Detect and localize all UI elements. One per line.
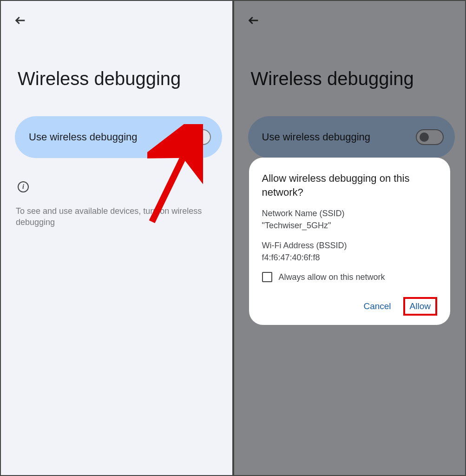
back-button[interactable]	[11, 11, 30, 30]
arrow-left-icon	[14, 14, 27, 27]
dialog-actions: Cancel Allow	[262, 297, 438, 316]
permission-dialog: Allow wireless debugging on this network…	[249, 158, 451, 325]
screen-left: Wireless debugging Use wireless debuggin…	[0, 0, 233, 476]
bssid-value: f4:f6:47:40:6f:f8	[262, 251, 438, 264]
checkbox-label: Always allow on this network	[279, 271, 385, 283]
ssid-label: Network Name (SSID)	[262, 207, 438, 219]
screen-right: Wireless debugging Use wireless debuggin…	[233, 0, 466, 476]
always-allow-row[interactable]: Always allow on this network	[262, 271, 438, 283]
toggle-label: Use wireless debugging	[29, 131, 138, 143]
info-text: To see and use available devices, turn o…	[16, 205, 214, 228]
toggle-switch[interactable]	[183, 129, 211, 145]
switch-thumb	[187, 132, 196, 142]
checkbox-icon[interactable]	[262, 272, 272, 282]
allow-button[interactable]: Allow	[403, 297, 437, 316]
bssid-label: Wi-Fi Address (BSSID)	[262, 239, 438, 251]
cancel-button[interactable]: Cancel	[358, 298, 396, 315]
wireless-debugging-toggle-card[interactable]: Use wireless debugging	[15, 116, 222, 158]
dialog-title: Allow wireless debugging on this network…	[262, 172, 438, 199]
page-title: Wireless debugging	[18, 68, 181, 89]
info-icon: i	[18, 181, 29, 192]
ssid-value: "Techwiser_5GHz"	[262, 219, 438, 231]
dialog-body: Network Name (SSID) "Techwiser_5GHz" Wi-…	[262, 207, 438, 283]
